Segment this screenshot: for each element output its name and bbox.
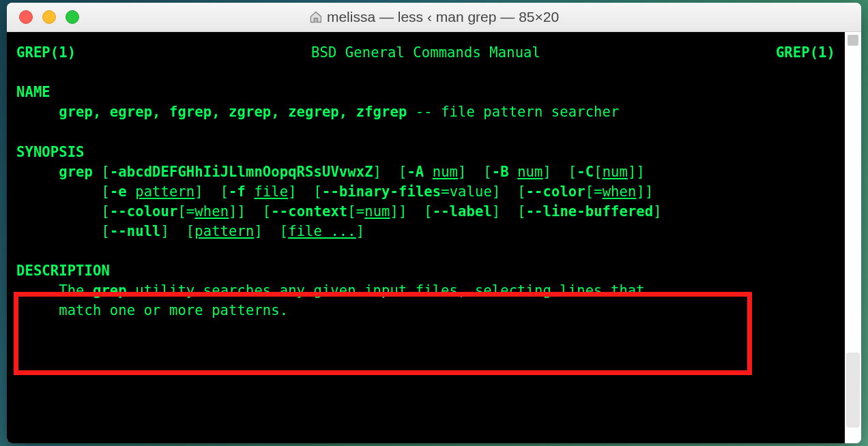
terminal-window: melissa — less ‹ man grep — 85×20 GREP(1… bbox=[7, 3, 861, 443]
syn-C: -C bbox=[577, 164, 594, 180]
desc-grep: grep bbox=[93, 282, 127, 299]
syn-e-arg: pattern bbox=[135, 183, 194, 200]
window-title-text: melissa — less ‹ man grep — 85×20 bbox=[327, 9, 559, 25]
syn-A: -A bbox=[407, 164, 424, 180]
minimize-icon[interactable] bbox=[42, 10, 56, 24]
name-commands: grep, egrep, fgrep, zgrep, zegrep, zfgre… bbox=[59, 104, 407, 120]
scrollbar[interactable] bbox=[845, 32, 861, 443]
syn-linebuf: --line-buffered bbox=[526, 203, 654, 220]
syn-A-arg: num bbox=[433, 164, 458, 180]
syn-context-arg: num bbox=[364, 203, 390, 220]
desc-post1: utility searches any given input files, … bbox=[127, 282, 645, 299]
syn-B: -B bbox=[492, 164, 509, 180]
scroll-corner-icon bbox=[848, 35, 858, 46]
syn-label: --label bbox=[433, 203, 492, 220]
name-description: file pattern searcher bbox=[441, 104, 619, 120]
titlebar: melissa — less ‹ man grep — 85×20 bbox=[7, 3, 861, 32]
terminal-content[interactable]: GREP(1)BSD General Commands ManualGREP(1… bbox=[7, 32, 845, 443]
syn-pattern-arg: pattern bbox=[194, 223, 254, 239]
section-name: NAME bbox=[16, 84, 50, 100]
name-dash: -- bbox=[407, 104, 441, 120]
man-header-center: BSD General Commands Manual bbox=[311, 43, 540, 63]
syn-binfiles-val: =value bbox=[441, 183, 492, 200]
syn-flags: -abcdDEFGHhIiJLlmnOopqRSsUVvwxZ bbox=[110, 164, 373, 180]
syn-color: --color bbox=[526, 183, 585, 200]
traffic-lights bbox=[7, 10, 79, 24]
man-header-row: GREP(1)BSD General Commands ManualGREP(1… bbox=[16, 43, 835, 63]
syn-null: --null bbox=[110, 223, 161, 239]
window-title: melissa — less ‹ man grep — 85×20 bbox=[309, 9, 559, 25]
syn-colour: --colour bbox=[110, 203, 178, 220]
syn-cmd: grep bbox=[59, 164, 93, 180]
section-synopsis: SYNOPSIS bbox=[16, 144, 85, 160]
syn-colour-arg: when bbox=[194, 203, 229, 220]
syn-C-arg: num bbox=[603, 164, 628, 180]
syn-f-arg: file bbox=[254, 183, 288, 200]
syn-file-arg: file ... bbox=[288, 223, 356, 239]
syn-f: -f bbox=[229, 183, 246, 200]
maximize-icon[interactable] bbox=[66, 10, 79, 24]
syn-binfiles: --binary-files bbox=[322, 183, 441, 200]
syn-e: -e bbox=[110, 183, 127, 200]
syn-context: --context bbox=[271, 203, 347, 220]
man-header-left: GREP(1) bbox=[16, 43, 76, 63]
home-icon bbox=[309, 10, 323, 24]
desc-line2: match one or more patterns. bbox=[16, 302, 288, 318]
syn-color-arg: when bbox=[603, 183, 637, 200]
scroll-thumb[interactable] bbox=[846, 353, 860, 428]
desc-pre: The bbox=[16, 282, 93, 299]
syn-B-arg: num bbox=[517, 164, 542, 180]
terminal-body: GREP(1)BSD General Commands ManualGREP(1… bbox=[7, 32, 861, 443]
man-header-right: GREP(1) bbox=[776, 43, 835, 63]
section-description: DESCRIPTION bbox=[16, 263, 110, 279]
close-icon[interactable] bbox=[19, 10, 33, 24]
